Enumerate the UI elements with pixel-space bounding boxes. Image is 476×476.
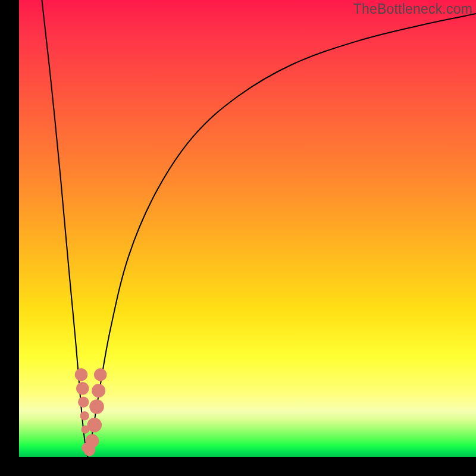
curve-group [42,0,476,457]
plot-area: TheBottleneck.com [19,0,476,457]
data-marker [92,384,105,397]
data-marker [76,382,89,395]
curve-right-branch [87,14,476,457]
data-marker [78,397,89,408]
chart-frame: TheBottleneck.com [0,0,476,476]
data-marker [89,399,104,414]
curves-svg [19,0,476,457]
data-marker [87,418,102,433]
data-marker [94,368,107,381]
data-marker [80,411,89,420]
data-marker [75,368,88,381]
data-marker [85,434,99,448]
